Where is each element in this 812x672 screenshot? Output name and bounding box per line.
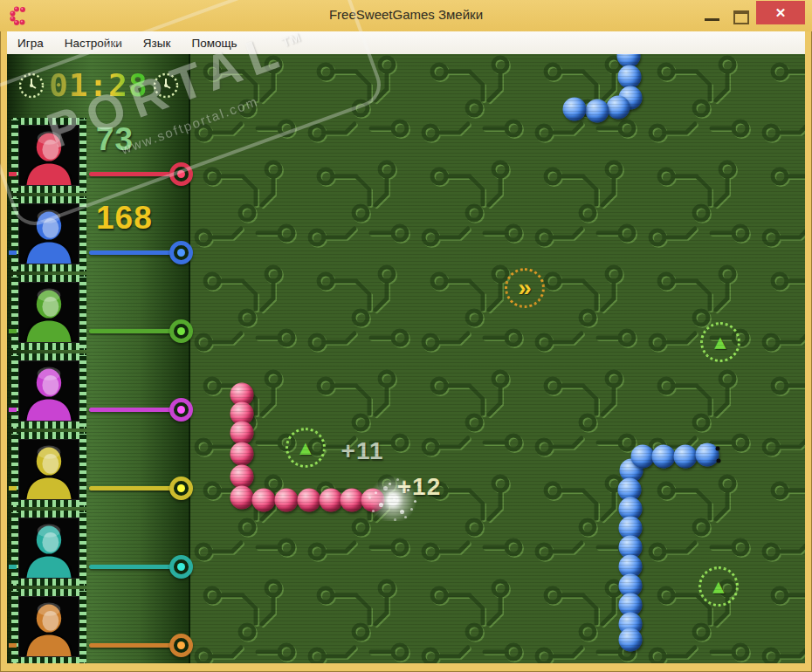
progress-stub [9,250,17,255]
blue-snake-top-bead [563,98,587,121]
progress-stub [9,408,17,412]
chip-pins [13,186,85,193]
player-avatar-chip [11,118,86,193]
chip-pins [13,657,85,663]
chip-pins [79,120,86,191]
chip-pins [13,196,85,203]
player-avatar [18,125,79,186]
player-row-blue: 168 [7,195,190,273]
player-avatar-chip [11,432,86,507]
chip-pins [13,118,85,125]
player-row-orange [7,587,190,663]
chip-pins [13,500,85,507]
pink-snake-bead [252,489,276,512]
title-bar: FreeSweetGames Змейки ✕ [0,0,812,31]
chip-pins [13,275,85,282]
blue-snake-top-bead [607,96,630,120]
chip-pins [11,591,18,662]
progress-stub [9,643,17,648]
score-popup: +11 [341,437,384,465]
player-avatar [18,596,79,657]
triangle-glyph: ▲ [709,577,729,597]
triangle-bonus-icon: ▲ [698,566,739,607]
chip-pins [11,355,18,427]
menu-bar: Игра Настройки Язык Помощь [7,31,805,55]
menu-item-language[interactable]: Язык [133,33,182,53]
menu-item-game[interactable]: Игра [7,33,54,53]
player-row-magenta [7,352,190,430]
chip-pins [13,589,85,596]
progress-line [89,172,175,176]
player-avatar [18,282,79,343]
player-avatar-chip [11,353,86,429]
progress-line [89,565,175,569]
chip-pins [13,353,85,360]
maximize-button[interactable] [733,10,749,24]
progress-line [89,329,175,333]
progress-line [89,408,175,412]
chip-pins [11,277,18,348]
progress-ring [169,162,193,186]
chip-pins [13,511,85,518]
progress-ring [169,555,193,579]
window-title: FreeSweetGames Змейки [0,7,812,22]
player-list: 73 168 [7,116,190,663]
timer-panel: 01:28 [7,54,190,116]
progress-ring [169,634,193,657]
blue-snake-right-bead [652,445,676,469]
progress-line [89,643,175,648]
content-area: 01:28 [7,54,805,663]
player-sidebar: 01:28 [7,54,190,663]
progress-ring [169,477,193,500]
player-avatar-chip [11,275,86,350]
chip-pins [13,432,85,439]
pink-snake-bead [298,489,321,512]
pink-snake-bead [275,489,299,512]
player-avatar [18,360,79,422]
chip-pins [79,355,86,427]
player-row-teal [7,509,190,587]
game-board[interactable]: »▲▲▲+11+12 [190,54,805,663]
minimize-button[interactable] [705,18,719,21]
chip-pins [11,512,18,584]
player-avatar [18,439,79,500]
player-avatar [18,203,79,264]
pink-snake-bead [320,489,343,512]
chip-pins [13,579,85,586]
player-avatar-chip [11,511,86,586]
progress-ring [169,319,193,343]
speed-bonus-icon: » [505,268,545,308]
player-row-red: 73 [7,116,190,195]
player-score: 73 [96,121,134,158]
player-avatar-chip [11,589,86,663]
menu-item-help[interactable]: Помощь [181,33,247,53]
progress-line [89,250,175,255]
chip-pins [11,120,18,191]
clock-icon [17,72,45,99]
triangle-glyph: ▲ [711,333,731,353]
player-avatar-chip [11,196,86,271]
app-window: FreeSweetGames Змейки ✕ Игра Настройки Я… [0,0,812,672]
progress-stub [9,329,17,333]
blue-snake-right-bead [631,445,655,469]
blue-snake-right-bead [619,628,643,652]
pink-snake-bead [231,486,254,510]
pink-snake-bead [231,442,254,466]
menu-item-settings[interactable]: Настройки [54,33,133,53]
chip-pins [11,198,18,270]
sprite-layer: »▲▲▲+11+12 [190,54,805,663]
progress-line [89,486,175,490]
progress-stub [9,172,17,176]
triangle-bonus-icon: ▲ [700,322,740,362]
blue-snake-right-bead [696,443,719,467]
progress-stub [9,486,17,490]
close-button[interactable]: ✕ [756,1,805,24]
triangle-glyph: ▲ [296,438,316,458]
blue-snake-top-bead [586,99,609,123]
chip-pins [13,343,85,350]
clock-icon [152,72,180,99]
player-row-green [7,273,190,352]
speed-glyph: » [518,276,532,300]
chip-pins [79,591,86,662]
player-row-yellow [7,430,190,509]
